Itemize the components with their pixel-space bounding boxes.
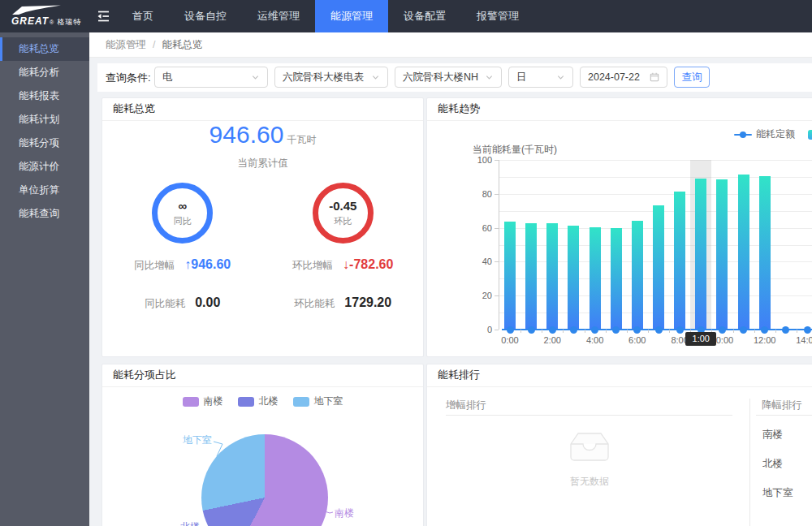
total-unit: 千瓦时 xyxy=(287,134,316,145)
overview-card: 能耗总览 946.60千瓦时 当前累计值 ∞同比-0.45环比 同比增幅↑946… xyxy=(102,97,424,357)
nav-item-5[interactable]: 报警管理 xyxy=(461,0,534,32)
search-button[interactable]: 查询 xyxy=(674,67,710,88)
stat-value: 0.00 xyxy=(195,295,220,310)
chevron-down-icon xyxy=(485,73,494,82)
ring-label: 环比 xyxy=(334,215,352,227)
bar-10:00[interactable] xyxy=(716,179,728,330)
quota-point-5:00[interactable] xyxy=(612,326,620,334)
quota-point-13:00[interactable] xyxy=(782,326,789,334)
stat-label: 环比能耗 xyxy=(294,297,335,311)
bar-8:00[interactable] xyxy=(674,192,685,330)
total-value: 946.60 xyxy=(209,121,284,148)
pie-label-地下室: 地下室 xyxy=(151,433,212,447)
sidebar-item-7[interactable]: 能耗查询 xyxy=(0,202,89,226)
sidebar-item-6[interactable]: 单位折算 xyxy=(0,179,89,202)
bar-12:00[interactable] xyxy=(759,176,771,330)
line-legend-marker xyxy=(734,134,752,136)
sidebar-item-0[interactable]: 能耗总览 xyxy=(0,37,89,61)
stat-value: ↑946.60 xyxy=(184,257,231,272)
decrease-rank-item-2[interactable]: 地下室 xyxy=(762,486,793,500)
trend-chart: 能耗趋势 能耗定额当前能耗 当前能耗量(千瓦时) 0204060801000:0… xyxy=(426,97,812,357)
quota-point-4:00[interactable] xyxy=(591,326,598,334)
quota-point-1:00[interactable] xyxy=(528,326,535,334)
sidebar-item-2[interactable]: 能耗报表 xyxy=(0,84,89,108)
bar-5:00[interactable] xyxy=(611,228,622,330)
quota-point-0:00[interactable] xyxy=(507,326,514,334)
quota-point-14:00[interactable] xyxy=(804,326,811,334)
bar-0:00[interactable] xyxy=(504,222,516,330)
overview-card-title: 能耗总览 xyxy=(102,98,423,121)
x-axis-label: 14:00 xyxy=(791,335,812,345)
legend-label: 能耗定额 xyxy=(756,127,795,141)
nav-item-4[interactable]: 设备配置 xyxy=(388,0,461,32)
total-consumption: 946.60千瓦时 xyxy=(102,121,423,149)
quota-point-2:00[interactable] xyxy=(549,326,556,334)
legend-item-bar[interactable]: 当前能耗 xyxy=(808,127,812,141)
stat-label: 同比能耗 xyxy=(145,297,185,311)
increase-ranking-header: 增幅排行 xyxy=(446,399,486,412)
sidebar-item-1[interactable]: 能耗分析 xyxy=(0,61,89,84)
brand-logo: GREAT® 格瑞特 xyxy=(0,0,89,32)
bar-3:00[interactable] xyxy=(568,226,579,330)
pie-chart[interactable] xyxy=(201,434,328,526)
calendar-icon xyxy=(650,72,659,82)
decrease-rank-item-0[interactable]: 南楼 xyxy=(762,428,783,442)
pie-legend-item-地下室[interactable]: 地下室 xyxy=(293,394,343,408)
quota-point-7:00[interactable] xyxy=(655,326,663,334)
logo-text-cn: 格瑞特 xyxy=(57,17,81,28)
legend-label: 北楼 xyxy=(259,394,279,408)
breadcrumb-current: 能耗总览 xyxy=(162,38,202,52)
x-axis-tick xyxy=(563,330,564,333)
select-node[interactable]: 六院骨科大楼NH xyxy=(395,67,502,88)
quota-point-6:00[interactable] xyxy=(633,326,641,334)
bar-6:00[interactable] xyxy=(632,221,643,330)
quota-point-12:00[interactable] xyxy=(761,326,768,334)
empty-state-text: 暂无数据 xyxy=(525,475,654,489)
select-energy-type[interactable]: 电 xyxy=(154,67,268,88)
nav-item-2[interactable]: 运维管理 xyxy=(242,0,315,32)
ranking-card-title: 能耗排行 xyxy=(427,364,812,387)
bar-4:00[interactable] xyxy=(590,227,601,330)
bar-2:00[interactable] xyxy=(546,223,558,330)
sidebar-item-4[interactable]: 能耗分项 xyxy=(0,132,89,155)
quota-point-10:00[interactable] xyxy=(719,326,726,334)
quota-point-3:00[interactable] xyxy=(570,326,577,334)
date-picker[interactable]: 2024-07-22 xyxy=(580,67,667,88)
select-granularity[interactable]: 日 xyxy=(508,67,573,88)
y-axis-label: 40 xyxy=(464,257,492,266)
pie-legend-item-北楼[interactable]: 北楼 xyxy=(238,394,279,408)
legend-item-line[interactable]: 能耗定额 xyxy=(734,127,795,141)
trend-card-title: 能耗趋势 xyxy=(427,98,812,121)
ring-value: ∞ xyxy=(178,200,187,213)
bar-1:00[interactable] xyxy=(525,223,537,330)
select-meter[interactable]: 六院骨科大楼电表 xyxy=(274,67,388,88)
bar-7:00[interactable] xyxy=(653,205,664,330)
x-axis-tick xyxy=(733,330,734,333)
nav-item-1[interactable]: 设备自控 xyxy=(169,0,242,32)
menu-fold-icon[interactable] xyxy=(89,0,117,32)
decrease-rank-item-1[interactable]: 北楼 xyxy=(762,457,783,471)
sidebar-item-3[interactable]: 能耗计划 xyxy=(0,108,89,132)
bar-11:00[interactable] xyxy=(738,175,749,330)
stat-value: ↓-782.60 xyxy=(343,257,393,272)
stat-label: 同比增幅 xyxy=(134,259,175,273)
quota-point-11:00[interactable] xyxy=(740,326,747,334)
bar-9:00[interactable] xyxy=(695,179,706,330)
query-label: 查询条件: xyxy=(106,63,151,92)
x-axis-label: 4:00 xyxy=(579,335,611,345)
breadcrumb-parent[interactable]: 能源管理 xyxy=(106,38,146,52)
legend-label: 南楼 xyxy=(204,394,223,408)
nav-item-0[interactable]: 首页 xyxy=(117,0,169,32)
x-axis-tick xyxy=(585,330,585,333)
sidebar-item-5[interactable]: 能源计价 xyxy=(0,155,89,179)
top-nav: GREAT® 格瑞特 首页设备自控运维管理能源管理设备配置报警管理 xyxy=(0,0,812,32)
pie-legend-item-南楼[interactable]: 南楼 xyxy=(183,394,223,408)
x-axis-tick xyxy=(754,330,755,333)
x-axis-tick xyxy=(669,330,670,333)
nav-item-3[interactable]: 能源管理 xyxy=(315,0,388,32)
gridline xyxy=(499,160,812,161)
chevron-down-icon xyxy=(251,73,260,82)
divider xyxy=(756,415,812,416)
quota-point-8:00[interactable] xyxy=(676,326,684,334)
decrease-ranking-header: 降幅排行 xyxy=(762,399,802,412)
